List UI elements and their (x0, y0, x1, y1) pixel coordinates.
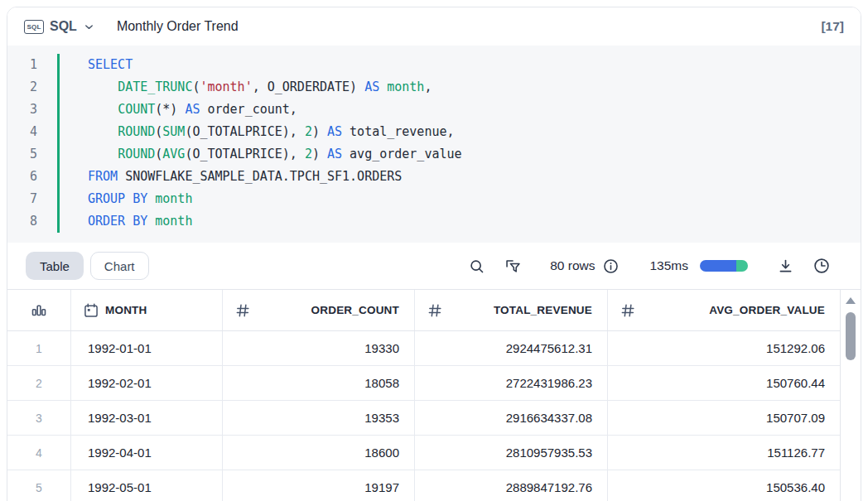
sql-cell-card: SQL SQL Monthly Order Trend [17] 1SELECT… (7, 7, 861, 501)
vertical-scrollbar[interactable] (840, 290, 861, 501)
table-row[interactable]: 51992-05-01191972889847192.76150536.40 (7, 470, 840, 501)
cell-execution-number: [17] (821, 19, 844, 34)
column-header-avg_order_value[interactable]: AVG_ORDER_VALUE (608, 290, 840, 330)
calendar-icon (83, 302, 99, 319)
table-cell[interactable]: 1992-03-01 (71, 401, 223, 435)
code-line[interactable]: 3 COUNT(*) AS order_count, (7, 99, 861, 121)
row-number-cell[interactable]: 2 (7, 366, 71, 400)
progress-green-segment (736, 260, 748, 272)
table-cell[interactable]: 151126.77 (608, 436, 840, 470)
column-header-label: MONTH (105, 304, 147, 316)
code-content: DATE_TRUNC('month', O_ORDERDATE) AS mont… (57, 76, 861, 99)
line-number: 7 (7, 188, 57, 210)
table-cell[interactable]: 1992-01-01 (71, 331, 223, 365)
results-toolbar: TableChart 80 rows 135ms (7, 243, 861, 289)
table-cell[interactable]: 2916634337.08 (415, 401, 608, 435)
row-number-cell[interactable]: 1 (7, 331, 71, 365)
results-area: MONTHORDER_COUNTTOTAL_REVENUEAVG_ORDER_V… (7, 289, 861, 501)
column-header-label: ORDER_COUNT (311, 304, 399, 316)
table-cell[interactable]: 151292.06 (608, 331, 840, 365)
code-line[interactable]: 6FROM SNOWFLAKE_SAMPLE_DATA.TPCH_SF1.ORD… (7, 166, 861, 188)
cell-title: Monthly Order Trend (117, 19, 239, 34)
table-cell[interactable]: 1992-05-01 (71, 470, 223, 501)
tab-chart[interactable]: Chart (90, 252, 149, 280)
code-content: ORDER BY month (57, 210, 861, 233)
toolbar-right: 80 rows 135ms (467, 257, 831, 275)
view-tabs: TableChart (26, 252, 149, 280)
line-number: 8 (7, 210, 57, 233)
table-cell[interactable]: 2722431986.23 (415, 366, 608, 400)
code-line[interactable]: 7GROUP BY month (7, 188, 861, 210)
duration-label: 135ms (649, 258, 688, 273)
row-number-cell[interactable]: 3 (7, 401, 71, 435)
history-icon[interactable] (813, 257, 831, 275)
hash-icon (620, 302, 636, 319)
table-row[interactable]: 41992-04-01186002810957935.53151126.77 (7, 436, 840, 470)
language-selector[interactable]: SQL SQL (24, 19, 95, 34)
table-cell[interactable]: 19353 (223, 401, 415, 435)
language-label: SQL (50, 19, 77, 34)
code-content: ROUND(SUM(O_TOTALPRICE), 2) AS total_rev… (57, 121, 861, 143)
code-line[interactable]: 8ORDER BY month (7, 210, 861, 233)
line-number: 2 (7, 76, 57, 99)
search-icon[interactable] (467, 257, 485, 275)
table-cell[interactable]: 150707.09 (608, 401, 840, 435)
table-cell[interactable]: 2924475612.31 (415, 331, 608, 365)
row-number-cell[interactable]: 5 (7, 470, 71, 501)
row-number-cell[interactable]: 4 (7, 436, 71, 470)
progress-blue-segment (700, 260, 736, 272)
table-row[interactable]: 21992-02-01180582722431986.23150760.44 (7, 366, 840, 401)
code-line[interactable]: 1SELECT (7, 54, 861, 76)
duration-progress-bar (700, 260, 748, 272)
line-number: 5 (7, 143, 57, 166)
code-content: COUNT(*) AS order_count, (57, 99, 861, 121)
column-header-order_count[interactable]: ORDER_COUNT (223, 290, 415, 330)
table-cell[interactable]: 1992-04-01 (71, 436, 223, 470)
code-line[interactable]: 5 ROUND(AVG(O_TOTALPRICE), 2) AS avg_ord… (7, 143, 861, 166)
table-cell[interactable]: 19330 (223, 331, 415, 365)
code-content: ROUND(AVG(O_TOTALPRICE), 2) AS avg_order… (57, 143, 861, 166)
code-content: GROUP BY month (57, 188, 861, 210)
table-row[interactable]: 31992-03-01193532916634337.08150707.09 (7, 401, 840, 436)
table-cell[interactable]: 18600 (223, 436, 415, 470)
hash-icon (234, 302, 251, 319)
table-header-row: MONTHORDER_COUNTTOTAL_REVENUEAVG_ORDER_V… (7, 290, 840, 331)
sql-badge-icon: SQL (24, 20, 44, 34)
code-line[interactable]: 2 DATE_TRUNC('month', O_ORDERDATE) AS mo… (7, 76, 861, 99)
sql-editor[interactable]: 1SELECT2 DATE_TRUNC('month', O_ORDERDATE… (7, 46, 861, 243)
code-content: SELECT (57, 54, 861, 76)
results-table: MONTHORDER_COUNTTOTAL_REVENUEAVG_ORDER_V… (7, 290, 840, 501)
scrollbar-up-arrow-icon[interactable] (846, 297, 856, 304)
code-content: FROM SNOWFLAKE_SAMPLE_DATA.TPCH_SF1.ORDE… (57, 166, 861, 188)
line-number: 4 (7, 121, 57, 143)
line-number: 3 (7, 99, 57, 121)
bar-chart-icon (31, 302, 47, 319)
column-header-label: AVG_ORDER_VALUE (709, 304, 825, 316)
column-header-total_revenue[interactable]: TOTAL_REVENUE (415, 290, 608, 330)
info-icon[interactable] (601, 257, 620, 275)
download-icon[interactable] (776, 257, 794, 275)
line-number: 6 (7, 166, 57, 188)
table-cell[interactable]: 1992-02-01 (71, 366, 223, 400)
table-cell[interactable]: 19197 (223, 470, 415, 501)
row-count-label: 80 rows (550, 258, 595, 273)
hash-icon (427, 302, 443, 319)
chevron-down-icon (83, 21, 95, 33)
code-line[interactable]: 4 ROUND(SUM(O_TOTALPRICE), 2) AS total_r… (7, 121, 861, 143)
column-header-label: TOTAL_REVENUE (494, 304, 592, 316)
tab-table[interactable]: Table (26, 252, 84, 280)
column-header-rownum[interactable] (7, 290, 71, 330)
column-header-month[interactable]: MONTH (71, 290, 223, 330)
table-cell[interactable]: 150760.44 (608, 366, 840, 400)
filter-icon[interactable] (504, 257, 522, 275)
table-row[interactable]: 11992-01-01193302924475612.31151292.06 (7, 331, 840, 366)
table-cell[interactable]: 18058 (223, 366, 415, 400)
table-cell[interactable]: 2810957935.53 (415, 436, 608, 470)
table-cell[interactable]: 2889847192.76 (415, 470, 608, 501)
line-number: 1 (7, 54, 57, 76)
table-cell[interactable]: 150536.40 (608, 470, 840, 501)
cell-header: SQL SQL Monthly Order Trend [17] (7, 7, 861, 46)
scrollbar-thumb[interactable] (846, 312, 856, 360)
